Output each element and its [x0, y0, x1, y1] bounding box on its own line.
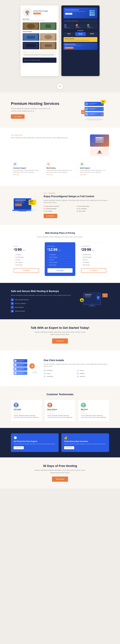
pricing-card-business: Business $12.99 /mo 10 Websites 50 GB St…: [45, 242, 76, 276]
svg-rect-2: [27, 14, 28, 15]
security-section: Safe and Secure Web Hosting & Backups Ae…: [0, 283, 120, 319]
svg-rect-75: [85, 294, 92, 295]
hosting-pricing-row: $3.99 Basic $12.99 Business $29.99 Pro: [64, 32, 97, 36]
svg-point-36: [102, 108, 103, 110]
logo-circle: [56, 83, 64, 90]
svg-text:W: W: [15, 360, 16, 362]
prestashop-icon: P: [44, 375, 46, 378]
cta-desc: Aenean sollicitudin molestie malesuada. …: [33, 331, 87, 336]
furniture-img-4: [40, 33, 56, 41]
hero-cta-button[interactable]: Get Started: [11, 114, 25, 119]
hosting-preview-trial-btn[interactable]: Get Started Free: [65, 47, 74, 49]
install-item-4: P PrestaShop: [44, 375, 76, 378]
svg-rect-29: [89, 103, 97, 104]
hero-desc: Aenean sollicitudin molestie malesuada. …: [11, 108, 52, 112]
svg-point-0: [26, 10, 29, 14]
testimonial-2: Mike Davis Designer ★★★★★ Aenean sollici…: [78, 400, 109, 421]
satisfaction-cta-0[interactable]: Learn More: [14, 446, 24, 449]
plan-cta-business[interactable]: Get Started: [47, 268, 73, 273]
cf-item-5: Easy cPanel: [77, 210, 109, 212]
furniture-img-6: [40, 42, 56, 49]
plan-label-enterprise: Enterprise: [81, 246, 106, 247]
svg-rect-49: [95, 141, 104, 142]
backup-icon: ☁: [11, 298, 14, 301]
satisfaction-section: 🕐 24/7 Round-the-Clock Support Aenean so…: [0, 428, 120, 458]
dot-2: [24, 64, 25, 64]
feature-card-2: Email Support Aenean sollicitudin molest…: [78, 160, 109, 177]
feature-card-1-link[interactable]: Learn More: [46, 174, 74, 175]
free-hosting-cta-button[interactable]: Get Started: [52, 476, 68, 482]
hosting-yellow-section: Security & Backups Automated daily backu…: [64, 37, 97, 42]
feature-card-0-link[interactable]: Learn More: [13, 174, 40, 175]
svg-point-109: [15, 404, 17, 406]
avatar-0: [14, 403, 19, 408]
hosting-preview-cta[interactable]: Get Started: [65, 13, 72, 15]
svg-rect-47: [95, 137, 104, 138]
svg-rect-30: [89, 104, 94, 104]
configurator-subtitle: Full Control: [44, 192, 109, 194]
svg-rect-65: [29, 200, 36, 205]
security-left: Safe and Secure Web Hosting & Backups Ae…: [11, 290, 74, 312]
cf-item-3: SSL Certificate: [77, 208, 109, 210]
satisfaction-cta-1[interactable]: Learn More: [64, 446, 74, 449]
feature-card-2-desc: Aenean sollicitudin molestie malesuada. …: [80, 170, 107, 173]
svg-rect-102: [17, 373, 24, 373]
cta-section: Talk With an Expert to Get Started Today…: [0, 319, 120, 350]
svg-rect-23: [90, 14, 91, 15]
drupal-icon: D: [44, 372, 46, 374]
pricing-card-basic: Basic $3.99 /mo 1 Website 10 GB Storage …: [11, 242, 42, 276]
feature-icon-hosting: [46, 162, 50, 166]
svg-rect-21: [90, 12, 91, 13]
furniture-header: Furniture Store & Design Browse Now: [23, 8, 56, 17]
configurator-right: Full Control Enjoy Preconfigured Setups …: [44, 192, 109, 218]
svg-point-114: [82, 406, 85, 408]
configurator-features: 99.9% Uptime Guarantee Free Domain Name …: [44, 206, 109, 212]
security-title: Safe and Secure Web Hosting & Backups: [11, 290, 74, 293]
pricing-card-enterprise: Enterprise $29.99 /mo Unlimited Sites 20…: [78, 242, 109, 276]
svg-rect-1: [27, 13, 28, 14]
hosting-preview-header: Premium Hosting Services Fast, reliable,…: [64, 8, 97, 18]
svg-rect-78: [90, 305, 94, 306]
preview-section: Furniture Store & Design Browse Now New …: [0, 0, 120, 80]
pricing-title: Web Hosting Plans & Pricing: [11, 232, 109, 234]
install-item-2: D Drupal: [44, 372, 76, 374]
free-hosting-section: 30 Days of Free Hosting Aenean sollicitu…: [0, 458, 120, 488]
svg-rect-15: [26, 44, 36, 47]
svg-text:D: D: [15, 369, 16, 370]
avatar-2: [81, 403, 86, 408]
furniture-dark-footer: Subscribe to our newsletter for updates: [23, 58, 56, 63]
satisfaction-title-1: 30-Day Money Back Guarantee: [64, 440, 106, 442]
security-features: ☁ Daily Automated Backups 🔒 Free SSL Cer…: [11, 298, 74, 312]
installs-apps-list: W WordPress J Joomla D Drupal M Magento …: [44, 370, 109, 378]
svg-point-25: [94, 13, 95, 13]
svg-rect-80: [102, 293, 108, 298]
svg-point-50: [102, 138, 103, 138]
plan-cta-basic[interactable]: Get Started: [14, 268, 39, 273]
satisfaction-desc-1: Aenean sollicitudin molestie malesuada. …: [64, 443, 106, 445]
cta-button[interactable]: Contact Us: [52, 338, 68, 344]
hosting-preview-card: Premium Hosting Services Fast, reliable,…: [61, 6, 100, 76]
sf-item-1: 🔒 Free SSL Certificate: [11, 302, 74, 305]
configurator-cta-button[interactable]: Get Started: [44, 214, 57, 218]
furniture-browse-button[interactable]: Browse Now: [33, 13, 41, 14]
logo-divider: [0, 80, 120, 92]
feature-card-2-link[interactable]: Learn More: [80, 174, 107, 175]
cf-item-1: Free Domain Name: [77, 206, 109, 207]
chair-image: [23, 8, 32, 17]
svg-rect-39: [89, 114, 97, 114]
svg-rect-38: [85, 113, 88, 116]
svg-point-112: [48, 406, 51, 408]
plan-cta-enterprise[interactable]: Get Started: [81, 268, 106, 273]
hosting-pricing-label: Pricing Plans: [64, 30, 97, 31]
svg-rect-11: [27, 36, 35, 39]
plan-features-basic: 1 Website 10 GB Storage Free SSL 24/7 Su…: [14, 254, 39, 266]
svg-point-46: [85, 118, 104, 120]
svg-point-110: [15, 406, 18, 408]
features-left: Our Services Donec sollicitudin molestie…: [11, 134, 86, 156]
testimonial-1: Sarah Johnson Business Owner ★★★★★ Aenea…: [45, 400, 76, 421]
testimonials-section: Customer Testimonials John Smith Web Dev…: [0, 386, 120, 428]
installs-desc: Aenean sollicitudin molestie malesuada. …: [44, 363, 109, 368]
hosting-preview-hero-img: [88, 9, 96, 17]
svg-point-51: [102, 140, 103, 140]
satisfaction-card-1: 💰 30-Day Money Back Guarantee Aenean sol…: [61, 433, 109, 452]
